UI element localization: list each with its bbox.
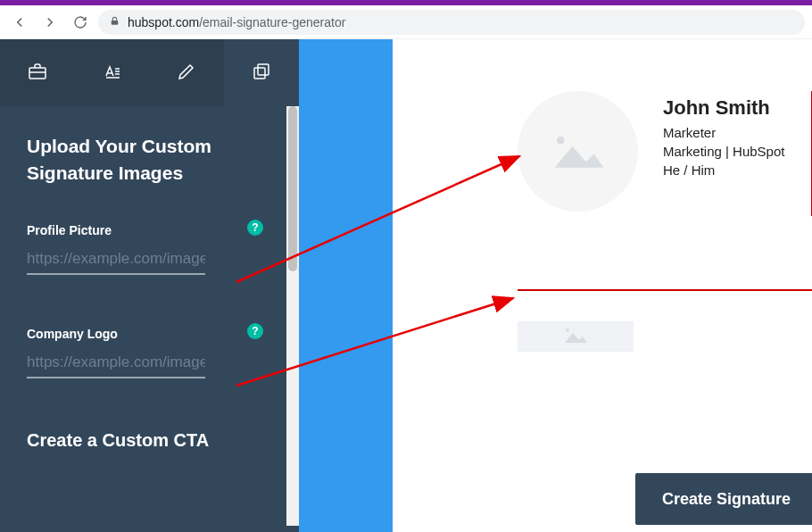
tab-signature[interactable] — [150, 39, 225, 106]
signature-preview: John Smith Marketer Marketing | HubSpot … — [393, 91, 812, 414]
svg-rect-9 — [254, 68, 265, 79]
help-icon[interactable]: ? — [247, 323, 263, 339]
images-icon — [251, 61, 272, 86]
signature-divider — [518, 289, 812, 291]
tab-details[interactable] — [0, 39, 75, 106]
profile-picture-label: Profile Picture — [27, 223, 261, 237]
svg-marker-13 — [565, 333, 587, 343]
preview-area: John Smith Marketer Marketing | HubSpot … — [393, 39, 812, 532]
svg-marker-11 — [554, 145, 603, 167]
text-style-icon — [102, 61, 123, 86]
browser-toolbar: hubspot.com/email-signature-generator — [0, 5, 812, 39]
avatar-placeholder — [518, 91, 638, 212]
svg-point-12 — [566, 328, 569, 332]
tab-images[interactable] — [224, 39, 299, 106]
app-root: Upload Your Custom Signature Images Prof… — [0, 39, 812, 532]
reload-button[interactable] — [68, 10, 93, 35]
signature-text: John Smith Marketer Marketing | HubSpot … — [663, 91, 811, 216]
address-bar[interactable]: hubspot.com/email-signature-generator — [98, 10, 805, 35]
signature-pronouns: He / Him — [663, 162, 784, 178]
svg-rect-0 — [112, 20, 119, 24]
svg-rect-1 — [29, 68, 46, 79]
briefcase-icon — [27, 61, 48, 86]
tab-style[interactable] — [75, 39, 150, 106]
company-logo-input[interactable] — [27, 350, 205, 378]
signature-name: John Smith — [663, 96, 784, 120]
create-signature-button[interactable]: Create Signature — [635, 473, 812, 525]
company-logo-label: Company Logo — [27, 327, 261, 341]
image-placeholder-icon — [547, 119, 609, 185]
cta-heading: Create a Custom CTA — [27, 430, 261, 451]
sidebar: Upload Your Custom Signature Images Prof… — [0, 39, 299, 532]
svg-rect-8 — [258, 64, 269, 75]
sidebar-content: Upload Your Custom Signature Images Prof… — [0, 106, 286, 451]
forward-button[interactable] — [37, 10, 62, 35]
signature-dept: Marketing | HubSpot — [663, 144, 784, 159]
profile-picture-input[interactable] — [27, 246, 205, 275]
sidebar-scrollbar[interactable] — [286, 106, 299, 526]
pen-icon — [176, 61, 197, 86]
sidebar-heading: Upload Your Custom Signature Images — [27, 133, 261, 187]
profile-picture-field: Profile Picture ? — [27, 223, 261, 275]
sidebar-tabs — [0, 39, 299, 106]
accent-panel — [299, 39, 406, 532]
image-placeholder-icon — [561, 324, 590, 349]
svg-point-10 — [556, 136, 564, 144]
url-text: hubspot.com/email-signature-generator — [128, 15, 345, 29]
logo-placeholder — [518, 321, 634, 352]
help-icon[interactable]: ? — [247, 220, 263, 236]
signature-role: Marketer — [663, 125, 784, 140]
company-logo-field: Company Logo ? — [27, 327, 261, 378]
scrollbar-thumb[interactable] — [288, 106, 297, 271]
lock-icon — [109, 15, 120, 29]
back-button[interactable] — [7, 10, 32, 35]
